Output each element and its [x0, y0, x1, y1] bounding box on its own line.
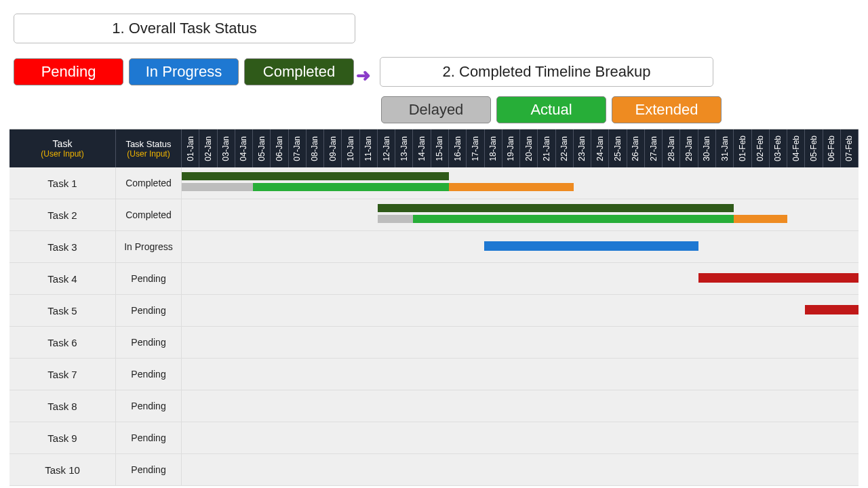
date-cell: 08-Jan [307, 129, 324, 167]
bar-extended [734, 215, 787, 223]
legend-inprogress: In Progress [129, 58, 239, 85]
heading-breakup: 2. Completed Timeline Breakup [380, 57, 713, 87]
bar-in_progress [484, 241, 698, 251]
task-row: Task 5Pending [9, 295, 859, 327]
task-status: Pending [116, 359, 182, 390]
bar-actual [413, 215, 734, 223]
date-cell: 06-Jan [271, 129, 288, 167]
legend-actual: Actual [496, 96, 606, 123]
task-status: Pending [116, 390, 182, 422]
legend-completed: Completed [244, 58, 354, 85]
bar-delayed [378, 215, 414, 223]
task-status: Pending [116, 327, 182, 358]
bar-extended [449, 183, 574, 191]
task-row: Task 1Completed [9, 167, 859, 199]
task-row: Task 8Pending [9, 390, 859, 422]
bar-actual [253, 183, 449, 191]
date-cell: 31-Jan [716, 129, 734, 167]
task-bars [182, 263, 859, 294]
col-task: Task (User Input) [9, 129, 116, 167]
gantt-header: Task (User Input) Task Status (User Inpu… [9, 129, 859, 167]
date-cell: 27-Jan [645, 129, 663, 167]
date-cell: 22-Jan [556, 129, 574, 167]
task-bars [182, 422, 859, 453]
task-bars [182, 327, 859, 358]
date-cell: 16-Jan [449, 129, 467, 167]
task-bars [182, 295, 859, 326]
date-cell: 05-Jan [253, 129, 271, 167]
task-name: Task 4 [9, 263, 116, 294]
legend-delayed: Delayed [381, 96, 491, 123]
task-bars [182, 199, 859, 230]
date-cell: 04-Jan [235, 129, 253, 167]
date-cell: 07-Jan [289, 129, 307, 167]
task-row: Task 4Pending [9, 263, 859, 295]
date-cell: 10-Jan [342, 129, 359, 167]
task-status: Completed [116, 167, 182, 199]
date-header: 01-Jan02-Jan03-Jan04-Jan05-Jan06-Jan07-J… [182, 129, 859, 167]
task-name: Task 9 [9, 422, 116, 453]
task-name: Task 3 [9, 231, 116, 262]
date-cell: 02-Feb [752, 129, 770, 167]
task-status: Pending [116, 263, 182, 294]
task-name: Task 8 [9, 390, 116, 422]
date-cell: 05-Feb [805, 129, 823, 167]
bar-pending [698, 273, 859, 283]
date-cell: 24-Jan [591, 129, 609, 167]
task-status: In Progress [116, 231, 182, 262]
col-status: Task Status (User Input) [116, 129, 182, 167]
gantt-chart: Task (User Input) Task Status (User Inpu… [9, 129, 859, 486]
date-cell: 20-Jan [520, 129, 538, 167]
col-status-label: Task Status [125, 139, 171, 149]
bar-completed [378, 204, 734, 212]
task-status: Pending [116, 422, 182, 453]
heading-overall: 1. Overall Task Status [14, 14, 355, 43]
date-cell: 12-Jan [378, 129, 395, 167]
date-cell: 19-Jan [502, 129, 520, 167]
date-cell: 01-Feb [734, 129, 751, 167]
date-cell: 28-Jan [663, 129, 680, 167]
date-cell: 29-Jan [680, 129, 698, 167]
task-status: Completed [116, 199, 182, 230]
task-bars [182, 231, 859, 262]
task-name: Task 7 [9, 359, 116, 390]
bar-completed [182, 172, 449, 180]
task-name: Task 10 [9, 454, 116, 485]
task-name: Task 2 [9, 199, 116, 230]
date-cell: 25-Jan [609, 129, 627, 167]
task-row: Task 10Pending [9, 454, 859, 486]
bar-delayed [182, 183, 253, 191]
date-cell: 04-Feb [787, 129, 805, 167]
col-task-label: Task [53, 138, 73, 149]
date-cell: 06-Feb [823, 129, 841, 167]
date-cell: 26-Jan [627, 129, 645, 167]
date-cell: 13-Jan [395, 129, 413, 167]
date-cell: 14-Jan [413, 129, 431, 167]
legend-pending: Pending [14, 58, 123, 85]
task-row: Task 2Completed [9, 199, 859, 231]
date-cell: 11-Jan [360, 129, 378, 167]
task-status: Pending [116, 295, 182, 326]
date-cell: 15-Jan [431, 129, 449, 167]
task-bars [182, 454, 859, 485]
task-bars [182, 167, 859, 199]
task-name: Task 6 [9, 327, 116, 358]
task-name: Task 5 [9, 295, 116, 326]
date-cell: 23-Jan [574, 129, 591, 167]
task-row: Task 9Pending [9, 422, 859, 454]
date-cell: 03-Feb [770, 129, 787, 167]
task-name: Task 1 [9, 167, 116, 199]
date-cell: 18-Jan [485, 129, 502, 167]
date-cell: 01-Jan [182, 129, 199, 167]
arrow-icon: ➜ [356, 65, 371, 86]
task-row: Task 3In Progress [9, 231, 859, 263]
col-status-sub: (User Input) [127, 149, 170, 159]
date-cell: 17-Jan [467, 129, 484, 167]
date-cell: 09-Jan [324, 129, 342, 167]
task-row: Task 7Pending [9, 359, 859, 390]
date-cell: 21-Jan [538, 129, 555, 167]
date-cell: 02-Jan [199, 129, 217, 167]
task-status: Pending [116, 454, 182, 485]
bar-pending [805, 305, 859, 314]
task-bars [182, 359, 859, 390]
